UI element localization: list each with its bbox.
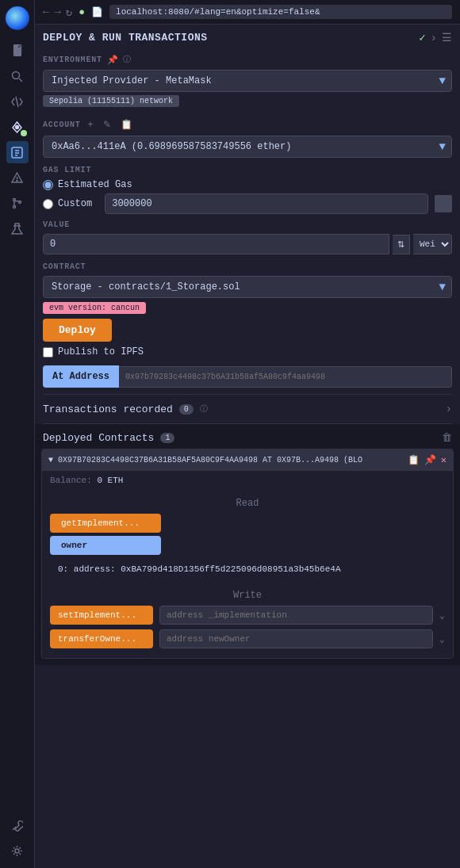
sidebar-item-search[interactable] bbox=[6, 65, 29, 87]
close-contract-icon[interactable]: ✕ bbox=[441, 454, 447, 466]
check-icon: ✓ bbox=[419, 31, 425, 44]
get-implementation-button[interactable]: getImplement... bbox=[50, 514, 161, 533]
panel-header: DEPLOY & RUN TRANSACTIONS ✓ › ☰ bbox=[35, 25, 460, 49]
read-label: Read bbox=[50, 493, 445, 514]
account-select-wrapper: 0xAa6...411eA (0.698969587583749556 ethe… bbox=[43, 136, 452, 158]
svg-point-13 bbox=[13, 205, 16, 208]
sidebar-item-settings-wrench[interactable] bbox=[6, 814, 29, 836]
security-icon: ● bbox=[79, 6, 85, 18]
transactions-header-left: Transactions recorded 0 ⓘ bbox=[43, 403, 208, 415]
deployed-header: Deployed Contracts 1 🗑 bbox=[35, 424, 460, 449]
custom-gas-input[interactable] bbox=[105, 193, 428, 214]
address-bar[interactable] bbox=[109, 5, 452, 19]
owner-result-type: address: bbox=[74, 564, 116, 574]
evm-badge: evm version: cancun bbox=[43, 302, 146, 314]
transactions-expand-icon[interactable]: › bbox=[446, 403, 452, 415]
topbar: ← → ↻ ● 📄 bbox=[35, 0, 460, 25]
at-address-input[interactable] bbox=[119, 366, 452, 388]
deployed-contracts-label: Deployed Contracts bbox=[43, 432, 154, 444]
custom-gas-row: Custom bbox=[43, 193, 452, 214]
menu-icon[interactable]: ☰ bbox=[442, 31, 452, 44]
value-input[interactable] bbox=[43, 234, 389, 254]
copy-contract-icon[interactable]: 📋 bbox=[408, 454, 420, 466]
unit-select[interactable]: Wei bbox=[413, 234, 452, 254]
owner-result-index: 0: bbox=[58, 564, 68, 574]
sidebar-item-source[interactable] bbox=[6, 90, 29, 113]
set-implementation-expand-icon[interactable]: ⌄ bbox=[439, 610, 445, 621]
cycle-unit-button[interactable]: ⇅ bbox=[393, 235, 410, 254]
expand-icon[interactable]: › bbox=[431, 32, 437, 44]
at-address-row: At Address bbox=[43, 365, 452, 388]
set-implementation-input[interactable] bbox=[159, 606, 433, 625]
custom-gas-box-button[interactable] bbox=[435, 195, 452, 212]
sidebar bbox=[0, 0, 35, 868]
main-panel: ← → ↻ ● 📄 DEPLOY & RUN TRANSACTIONS ✓ › … bbox=[35, 0, 460, 868]
svg-point-11 bbox=[17, 180, 17, 181]
env-info-icon[interactable]: ⓘ bbox=[123, 54, 131, 65]
environment-label: ENVIRONMENT bbox=[43, 55, 102, 64]
back-button[interactable]: ← bbox=[43, 6, 49, 18]
environment-select[interactable]: Injected Provider - MetaMask bbox=[43, 70, 452, 92]
transfer-ownership-button[interactable]: transferOwne... bbox=[50, 629, 153, 648]
deployed-contracts-section: Deployed Contracts 1 🗑 ▼ 0X97B70283C4498… bbox=[35, 424, 460, 665]
read-section: Read getImplement... owner 0: address: 0… bbox=[42, 490, 453, 582]
contract-item-header[interactable]: ▼ 0X97B70283C4498C37B6A31B58AF5A80C9F4AA… bbox=[42, 449, 453, 471]
transfer-ownership-row: transferOwne... ⌄ bbox=[50, 629, 445, 648]
sidebar-item-settings-gear[interactable] bbox=[6, 839, 29, 862]
svg-line-4 bbox=[16, 97, 18, 107]
owner-func-container: owner bbox=[50, 536, 445, 558]
contract-select[interactable]: Storage - contracts/1_Storage.sol bbox=[43, 276, 452, 298]
contract-select-wrapper: Storage - contracts/1_Storage.sol ▼ bbox=[43, 276, 452, 298]
value-row: ⇅ Wei bbox=[43, 234, 452, 254]
contract-chevron-icon: ▼ bbox=[48, 456, 53, 465]
set-implementation-button[interactable]: setImplement... bbox=[50, 606, 153, 625]
transactions-label: Transactions recorded bbox=[43, 403, 173, 415]
custom-gas-radio[interactable] bbox=[43, 199, 53, 209]
sidebar-item-test[interactable] bbox=[6, 217, 29, 239]
svg-point-2 bbox=[13, 71, 20, 78]
env-pin-icon[interactable]: 📌 bbox=[107, 55, 118, 65]
publish-ipfs-row: Publish to IPFS bbox=[43, 346, 452, 358]
transactions-section-header[interactable]: Transactions recorded 0 ⓘ › bbox=[35, 395, 460, 423]
transactions-count: 0 bbox=[179, 404, 194, 415]
balance-label: Balance: bbox=[50, 476, 92, 485]
transfer-ownership-expand-icon[interactable]: ⌄ bbox=[439, 633, 445, 645]
balance-value: 0 ETH bbox=[97, 476, 123, 485]
owner-button[interactable]: owner bbox=[50, 536, 161, 555]
transfer-ownership-input[interactable] bbox=[159, 629, 433, 648]
svg-line-3 bbox=[19, 78, 22, 82]
network-badge: Sepolia (11155111) network bbox=[43, 95, 179, 107]
account-select[interactable]: 0xAa6...411eA (0.698969587583749556 ethe… bbox=[43, 136, 452, 158]
app-logo bbox=[6, 6, 29, 30]
gas-limit-label-row: GAS LIMIT bbox=[43, 166, 452, 174]
contract-section: CONTRACT Storage - contracts/1_Storage.s… bbox=[35, 259, 460, 362]
sidebar-item-git[interactable] bbox=[6, 192, 29, 214]
clear-deployed-button[interactable]: 🗑 bbox=[442, 432, 452, 444]
at-address-button[interactable]: At Address bbox=[43, 365, 119, 388]
svg-point-18 bbox=[15, 849, 19, 853]
value-section: VALUE ⇅ Wei bbox=[35, 217, 460, 259]
svg-point-5 bbox=[16, 125, 19, 128]
publish-ipfs-checkbox[interactable] bbox=[43, 347, 53, 358]
transactions-info-icon[interactable]: ⓘ bbox=[200, 403, 208, 415]
panel-header-right: ✓ › ☰ bbox=[419, 31, 452, 44]
copy-account-button[interactable]: 📋 bbox=[118, 118, 135, 131]
write-section: Write setImplement... ⌄ transferOwne... … bbox=[42, 582, 453, 658]
gas-limit-section: GAS LIMIT Estimated Gas Custom bbox=[35, 163, 460, 217]
owner-result-row: 0: address: 0xBA799d418D1356ff5d225096d0… bbox=[50, 561, 445, 577]
page-icon: 📄 bbox=[91, 6, 103, 18]
estimated-gas-radio[interactable] bbox=[43, 180, 53, 190]
sidebar-item-deploy[interactable] bbox=[6, 116, 29, 138]
edit-account-button[interactable]: ✎ bbox=[101, 118, 113, 131]
refresh-button[interactable]: ↻ bbox=[66, 6, 72, 19]
account-label: ACCOUNT bbox=[43, 120, 81, 129]
forward-button[interactable]: → bbox=[54, 6, 60, 18]
sidebar-item-debug[interactable] bbox=[6, 166, 29, 189]
deploy-button[interactable]: Deploy bbox=[43, 319, 112, 342]
sidebar-item-plugin[interactable] bbox=[6, 141, 29, 163]
contract-label: CONTRACT bbox=[43, 262, 86, 271]
environment-select-wrapper: Injected Provider - MetaMask ▼ bbox=[43, 70, 452, 92]
add-account-button[interactable]: + bbox=[86, 118, 96, 131]
pin-contract-icon[interactable]: 📌 bbox=[424, 454, 436, 466]
sidebar-item-file[interactable] bbox=[6, 40, 29, 62]
